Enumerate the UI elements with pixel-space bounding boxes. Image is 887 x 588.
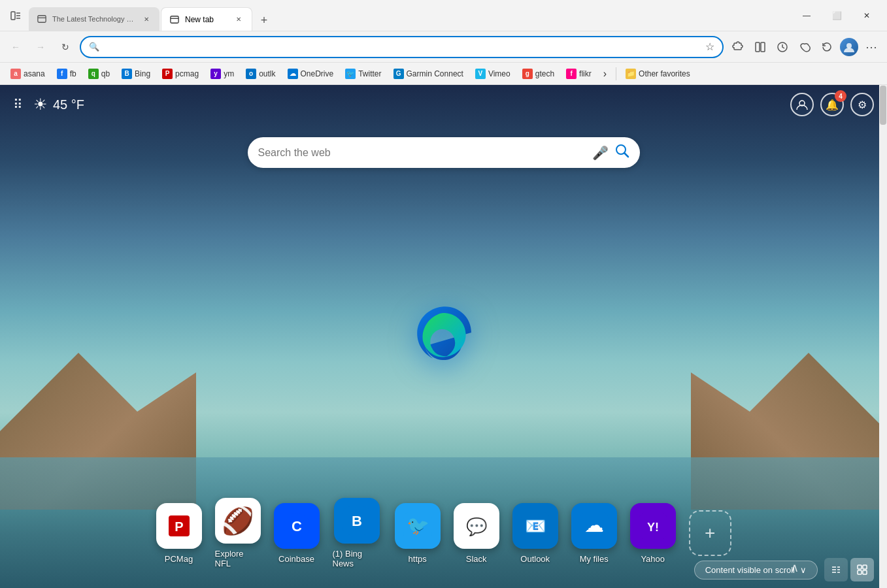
- bing-favicon: B: [122, 69, 132, 79]
- svg-text:Y!: Y!: [647, 521, 659, 534]
- quick-link-coinbase-label: Coinbase: [278, 554, 314, 564]
- list-view-button[interactable]: [824, 558, 848, 581]
- sidebar-toggle-icon[interactable]: [5, 5, 26, 26]
- quick-link-yahoo-label: Yahoo: [641, 554, 665, 564]
- fav-flikr-label: flikr: [579, 69, 592, 78]
- scrollbar-thumb[interactable]: [880, 86, 886, 125]
- maximize-button[interactable]: ⬜: [822, 0, 852, 31]
- svg-rect-40: [863, 570, 867, 574]
- grid-apps-icon[interactable]: ⠿: [13, 97, 23, 112]
- notification-wrapper[interactable]: 🔔 4: [820, 93, 844, 116]
- top-right-icons: 🔔 4 ⚙: [790, 93, 874, 116]
- fav-gtech[interactable]: g gtech: [517, 67, 560, 81]
- fav-pcmag[interactable]: P pcmag: [157, 67, 204, 81]
- new-tab-button[interactable]: +: [254, 10, 275, 31]
- quick-link-bing-news[interactable]: B (1) Bing News: [333, 498, 382, 568]
- minimize-button[interactable]: —: [792, 0, 822, 31]
- tab-new-title: New tab: [185, 15, 228, 24]
- svg-rect-4: [38, 16, 46, 23]
- fav-bing[interactable]: B Bing: [116, 67, 156, 81]
- svg-text:P: P: [175, 519, 183, 534]
- asana-favicon: a: [10, 69, 21, 79]
- search-icon: 🔍: [89, 42, 99, 52]
- address-input[interactable]: [105, 42, 700, 52]
- fav-flikr[interactable]: f flikr: [561, 67, 597, 81]
- fav-fb-label: fb: [70, 69, 76, 78]
- edge-logo: [405, 297, 483, 376]
- fav-onedrive[interactable]: ☁ OneDrive: [282, 67, 339, 81]
- fav-twitter-label: Twitter: [358, 69, 381, 78]
- settings-icon[interactable]: ⚙: [850, 93, 874, 116]
- svg-rect-38: [863, 565, 867, 569]
- search-bar[interactable]: 🎤: [248, 137, 640, 168]
- garmin-favicon: G: [393, 69, 404, 79]
- quick-link-coinbase[interactable]: C Coinbase: [274, 503, 320, 564]
- more-options-icon[interactable]: ⋯: [861, 37, 882, 57]
- fav-fb[interactable]: f fb: [52, 67, 82, 81]
- weather-icon: ☀: [33, 95, 48, 114]
- add-quick-link-button[interactable]: +: [689, 510, 731, 556]
- fav-garmin[interactable]: G Garmin Connect: [388, 67, 469, 81]
- fav-ym[interactable]: y ym: [205, 67, 239, 81]
- coinbase-icon: C: [274, 503, 320, 549]
- quick-link-myfiles-label: My files: [580, 554, 609, 564]
- search-input[interactable]: [258, 147, 586, 159]
- quick-link-outlook-label: Outlook: [520, 554, 550, 564]
- other-fav-folder-icon: 📁: [626, 69, 636, 79]
- split-screen-icon[interactable]: [750, 37, 771, 57]
- star-icon[interactable]: ☆: [705, 41, 714, 53]
- slack-icon: 💬: [454, 503, 499, 549]
- close-button[interactable]: ✕: [852, 0, 882, 31]
- fav-asana-label: asana: [24, 69, 45, 78]
- tab-technology[interactable]: The Latest Technology Product R ✕: [29, 7, 159, 31]
- myfiles-icon: ☁: [571, 503, 617, 549]
- fav-onedrive-label: OneDrive: [301, 69, 334, 78]
- svg-rect-37: [858, 565, 862, 569]
- extensions-icon[interactable]: [728, 37, 748, 57]
- tab-new-close[interactable]: ✕: [233, 14, 244, 25]
- quick-link-twitter[interactable]: 🐦 https: [395, 503, 441, 564]
- tab-technology-close[interactable]: ✕: [141, 14, 152, 24]
- favorites-heart-icon[interactable]: [794, 37, 815, 57]
- weather-temp: 45 °F: [53, 97, 84, 112]
- nfl-icon: 🏈: [215, 498, 261, 544]
- quick-link-outlook[interactable]: 📧 Outlook: [512, 503, 558, 564]
- quick-link-pcmag[interactable]: P PCMag: [156, 503, 202, 564]
- tab-new[interactable]: New tab ✕: [161, 7, 252, 31]
- content-scroll-button[interactable]: Content visible on scroll ∨: [694, 561, 818, 580]
- refresh-alt-icon[interactable]: [816, 37, 837, 57]
- scroll-up-button[interactable]: ∧: [790, 561, 799, 575]
- onedrive-favicon: ☁: [288, 69, 298, 79]
- address-input-wrapper[interactable]: 🔍 ☆: [80, 36, 724, 58]
- fav-vimeo[interactable]: V Vimeo: [470, 67, 516, 81]
- forward-button[interactable]: →: [30, 37, 51, 57]
- quick-link-pcmag-label: PCMag: [165, 554, 193, 564]
- svg-point-11: [846, 43, 852, 48]
- quick-link-myfiles[interactable]: ☁ My files: [571, 503, 617, 564]
- other-favorites[interactable]: 📁 Other favorites: [620, 67, 695, 81]
- quick-link-nfl[interactable]: 🏈 Explore NFL: [215, 498, 261, 568]
- bottom-bar: Content visible on scroll ∨: [694, 558, 874, 581]
- fav-asana[interactable]: a asana: [5, 67, 50, 81]
- toolbar-icons: ⋯: [728, 37, 882, 57]
- fav-outlk[interactable]: o outlk: [241, 67, 280, 81]
- fav-qb[interactable]: q qb: [83, 67, 115, 81]
- weather-widget[interactable]: ☀ 45 °F: [33, 95, 84, 114]
- history-icon[interactable]: [772, 37, 793, 57]
- grid-view-button[interactable]: [850, 558, 874, 581]
- quick-link-slack[interactable]: 💬 Slack: [454, 503, 499, 564]
- favorites-bar: a asana f fb q qb B Bing P pcmag y ym o …: [0, 63, 887, 85]
- back-button[interactable]: ←: [5, 37, 26, 57]
- profile-circle-icon[interactable]: [790, 93, 814, 116]
- profile-icon[interactable]: [839, 37, 860, 57]
- main-content: ⠿ ☀ 45 °F 🔔 4 ⚙ 🎤: [0, 85, 887, 588]
- search-go-icon[interactable]: [615, 144, 629, 161]
- refresh-button[interactable]: ↻: [55, 37, 76, 57]
- search-wrapper: 🎤: [248, 137, 640, 168]
- search-mic-icon[interactable]: 🎤: [592, 145, 609, 161]
- fav-twitter[interactable]: 🐦 Twitter: [340, 67, 386, 81]
- scrollbar[interactable]: [879, 85, 887, 588]
- quick-link-yahoo[interactable]: Y! Yahoo: [630, 503, 676, 564]
- vimeo-favicon: V: [475, 69, 486, 79]
- fav-more[interactable]: ›: [598, 66, 612, 82]
